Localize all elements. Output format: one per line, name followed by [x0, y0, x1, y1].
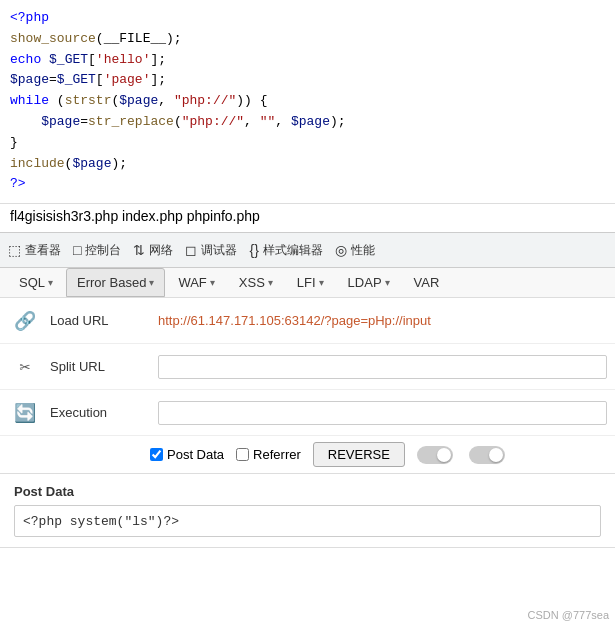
tab-ldap[interactable]: LDAP ▾ [337, 268, 401, 297]
performance-icon: ◎ [335, 242, 347, 258]
load-url-value-cell: http://61.147.171.105:63142/?page=pHp://… [150, 313, 615, 329]
tab-xss-arrow: ▾ [268, 277, 273, 288]
tab-sql-arrow: ▾ [48, 277, 53, 288]
postdata-section-label: Post Data [14, 484, 601, 499]
tab-sql-label: SQL [19, 275, 45, 290]
execution-label: Execution [50, 405, 150, 420]
devtools-performance[interactable]: ◎ 性能 [335, 242, 375, 259]
post-data-checkbox[interactable] [150, 448, 163, 461]
extra-toggle[interactable] [469, 446, 505, 464]
split-url-label: Split URL [50, 359, 150, 374]
debugger-label: 调试器 [201, 242, 237, 259]
split-url-input-cell [150, 355, 615, 379]
devtools-bar: ⬚ 查看器 □ 控制台 ⇅ 网络 ◻ 调试器 {} 样式编辑器 ◎ 性能 [0, 232, 615, 268]
code-line-6: $page=str_replace("php://", "", $page); [10, 112, 605, 133]
code-line-9: ?> [10, 174, 605, 195]
network-label: 网络 [149, 242, 173, 259]
execution-icon: 🔄 [14, 402, 36, 424]
hackbar-content: 🔗 Load URL http://61.147.171.105:63142/?… [0, 298, 615, 436]
execution-input[interactable] [158, 401, 607, 425]
console-label: 控制台 [85, 242, 121, 259]
devtools-inspector[interactable]: ⬚ 查看器 [8, 242, 61, 259]
tab-error-based-label: Error Based [77, 275, 146, 290]
load-url-label: Load URL [50, 313, 150, 328]
tab-ldap-arrow: ▾ [385, 277, 390, 288]
tab-sql[interactable]: SQL ▾ [8, 268, 64, 297]
split-url-input[interactable] [158, 355, 607, 379]
referrer-label: Referrer [253, 447, 301, 462]
code-line-8: include($page); [10, 154, 605, 175]
reverse-toggle[interactable] [417, 446, 453, 464]
referrer-checkbox-label[interactable]: Referrer [236, 447, 301, 462]
tab-error-based[interactable]: Error Based ▾ [66, 268, 165, 297]
post-data-checkbox-label[interactable]: Post Data [150, 447, 224, 462]
split-url-row: ✂ Split URL [0, 344, 615, 390]
link-icon: 🔗 [14, 310, 36, 332]
tab-waf-arrow: ▾ [210, 277, 215, 288]
performance-label: 性能 [351, 242, 375, 259]
devtools-style-editor[interactable]: {} 样式编辑器 [249, 242, 322, 259]
code-line-5: while (strstr($page, "php://")) { [10, 91, 605, 112]
code-line-3: echo $_GET['hello']; [10, 50, 605, 71]
style-editor-icon: {} [249, 242, 258, 258]
filename-line: fl4gisisish3r3.php index.php phpinfo.php [0, 204, 615, 232]
console-icon: □ [73, 242, 81, 258]
style-editor-label: 样式编辑器 [263, 242, 323, 259]
tab-waf[interactable]: WAF ▾ [167, 268, 225, 297]
network-icon: ⇅ [133, 242, 145, 258]
code-block: <?php show_source(__FILE__); echo $_GET[… [0, 0, 615, 204]
tab-lfi-arrow: ▾ [319, 277, 324, 288]
tab-ldap-label: LDAP [348, 275, 382, 290]
execution-input-cell [150, 401, 615, 425]
tab-row: SQL ▾ Error Based ▾ WAF ▾ XSS ▾ LFI ▾ LD… [0, 268, 615, 298]
load-url-display[interactable]: http://61.147.171.105:63142/?page=pHp://… [158, 313, 431, 328]
inspector-icon: ⬚ [8, 242, 21, 258]
postdata-input[interactable] [14, 505, 601, 537]
tab-var-label: VAR [414, 275, 440, 290]
tab-waf-label: WAF [178, 275, 206, 290]
postdata-section: Post Data [0, 474, 615, 547]
extra-toggle-knob [489, 448, 503, 462]
tab-xss-label: XSS [239, 275, 265, 290]
code-line-7: } [10, 133, 605, 154]
reverse-button[interactable]: REVERSE [313, 442, 405, 467]
toggle-knob [437, 448, 451, 462]
devtools-console[interactable]: □ 控制台 [73, 242, 121, 259]
post-data-label: Post Data [167, 447, 224, 462]
devtools-network[interactable]: ⇅ 网络 [133, 242, 173, 259]
devtools-debugger[interactable]: ◻ 调试器 [185, 242, 237, 259]
referrer-checkbox[interactable] [236, 448, 249, 461]
load-url-icon-cell: 🔗 [0, 310, 50, 332]
code-line-1: <?php [10, 8, 605, 29]
load-url-row: 🔗 Load URL http://61.147.171.105:63142/?… [0, 298, 615, 344]
tab-lfi[interactable]: LFI ▾ [286, 268, 335, 297]
hackbar-bottom-bar: Post Data Referrer REVERSE [0, 436, 615, 474]
execution-icon-cell: 🔄 [0, 402, 50, 424]
tab-lfi-label: LFI [297, 275, 316, 290]
tab-error-based-arrow: ▾ [149, 277, 154, 288]
inspector-label: 查看器 [25, 242, 61, 259]
code-line-2: show_source(__FILE__); [10, 29, 605, 50]
split-url-icon-cell: ✂ [0, 356, 50, 378]
execution-row: 🔄 Execution [0, 390, 615, 436]
scissors-icon: ✂ [20, 356, 31, 378]
tab-xss[interactable]: XSS ▾ [228, 268, 284, 297]
tab-var[interactable]: VAR [403, 268, 451, 297]
code-line-4: $page=$_GET['page']; [10, 70, 605, 91]
hackbar-panel: SQL ▾ Error Based ▾ WAF ▾ XSS ▾ LFI ▾ LD… [0, 268, 615, 548]
debugger-icon: ◻ [185, 242, 197, 258]
